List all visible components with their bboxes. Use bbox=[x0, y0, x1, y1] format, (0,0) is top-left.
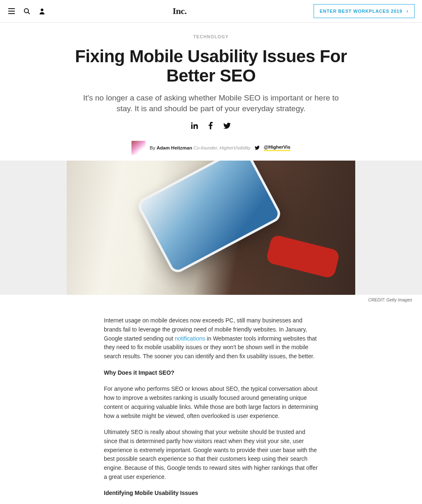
svg-rect-2 bbox=[191, 124, 192, 129]
article-subhead: It's no longer a case of asking whether … bbox=[79, 93, 343, 114]
author-avatar[interactable] bbox=[131, 141, 145, 155]
svg-point-0 bbox=[24, 9, 28, 13]
svg-point-3 bbox=[191, 122, 192, 124]
article-body: Internet usage on mobile devices now exc… bbox=[96, 316, 326, 504]
author-name[interactable]: Adam Heitzman bbox=[157, 145, 192, 150]
facebook-icon bbox=[209, 122, 213, 129]
hero-phone-shape bbox=[136, 161, 284, 275]
byline-text: By Adam Heitzman Co-founder, HigherVisib… bbox=[150, 145, 251, 150]
section-heading-identifying: Identifying Mobile Usability Issues bbox=[104, 489, 318, 498]
site-header: Inc. ENTER BEST WORKPLACES 2019 › bbox=[0, 0, 422, 23]
svg-point-1 bbox=[41, 8, 43, 11]
hero-wrap bbox=[0, 161, 422, 295]
account-button[interactable] bbox=[38, 7, 46, 15]
header-left bbox=[7, 7, 46, 15]
twitter-icon bbox=[223, 123, 231, 129]
twitter-inline-icon bbox=[255, 146, 260, 150]
author-twitter-handle[interactable]: @HigherVis bbox=[264, 145, 291, 151]
share-row bbox=[63, 121, 359, 130]
search-button[interactable] bbox=[23, 7, 31, 15]
share-linkedin-button[interactable] bbox=[190, 121, 199, 130]
site-logo[interactable]: Inc. bbox=[173, 6, 187, 16]
author-role: Co-founder, HigherVisibility bbox=[193, 145, 251, 150]
byline-by: By bbox=[150, 145, 157, 150]
paragraph: Internet usage on mobile devices now exc… bbox=[104, 316, 318, 361]
user-icon bbox=[39, 8, 45, 14]
article-headline: Fixing Mobile Usability Issues For Bette… bbox=[63, 47, 359, 85]
search-icon bbox=[24, 8, 30, 14]
article-header: TECHNOLOGY Fixing Mobile Usability Issue… bbox=[54, 34, 368, 155]
link-notifications[interactable]: notifications bbox=[175, 335, 205, 342]
section-heading-why: Why Does it Impact SEO? bbox=[104, 369, 318, 378]
image-credit: CREDIT: Getty Images bbox=[0, 295, 422, 302]
linkedin-icon bbox=[191, 122, 198, 129]
chevron-right-icon: › bbox=[406, 8, 408, 14]
share-twitter-button[interactable] bbox=[223, 121, 232, 130]
menu-button[interactable] bbox=[7, 7, 16, 15]
paragraph: For anyone who performs SEO or knows abo… bbox=[104, 385, 318, 420]
share-facebook-button[interactable] bbox=[208, 121, 213, 130]
hamburger-icon bbox=[8, 8, 15, 14]
paragraph: Ultimately SEO is really about showing t… bbox=[104, 428, 318, 481]
cta-workplaces-button[interactable]: ENTER BEST WORKPLACES 2019 › bbox=[314, 4, 415, 18]
hero-wristband-shape bbox=[265, 234, 340, 279]
category-label[interactable]: TECHNOLOGY bbox=[63, 34, 359, 39]
hero-image bbox=[67, 161, 355, 295]
byline: By Adam Heitzman Co-founder, HigherVisib… bbox=[63, 141, 359, 155]
cta-label: ENTER BEST WORKPLACES 2019 bbox=[320, 9, 403, 14]
